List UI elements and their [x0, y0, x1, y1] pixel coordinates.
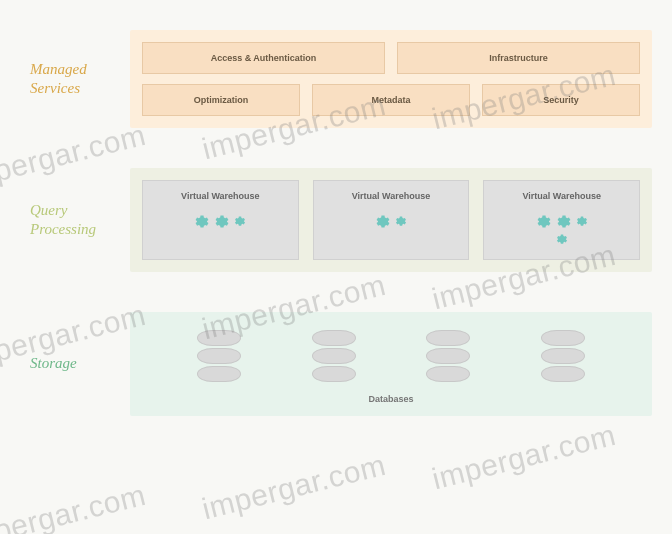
- box-optimization: Optimization: [142, 84, 300, 116]
- storage-row: [142, 324, 640, 386]
- managed-row-2: Optimization Metadata Security: [142, 84, 640, 116]
- gear-icon: [555, 211, 573, 229]
- database-icon: [312, 330, 356, 382]
- database-icon: [541, 330, 585, 382]
- gear-cluster-icon: [190, 211, 250, 229]
- vw-title-2: Virtual Warehouse: [320, 191, 463, 201]
- box-infrastructure: Infrastructure: [397, 42, 640, 74]
- gear-icon: [535, 211, 553, 229]
- body-storage: Databases: [130, 312, 652, 416]
- box-virtual-warehouse-3: Virtual Warehouse: [483, 180, 640, 260]
- label-query-processing: Query Processing: [20, 201, 130, 240]
- database-icon: [426, 330, 470, 382]
- vw-title-3: Virtual Warehouse: [490, 191, 633, 201]
- gear-icon: [233, 213, 247, 227]
- gear-icon: [213, 211, 231, 229]
- label-storage: Storage: [20, 354, 130, 374]
- gear-icon: [374, 211, 392, 229]
- box-security: Security: [482, 84, 640, 116]
- watermark-text: impergar.com: [199, 448, 389, 526]
- gear-icon: [394, 213, 408, 227]
- gear-cluster-icon: [532, 211, 592, 245]
- watermark-text: impergar.com: [0, 478, 149, 534]
- gear-icon: [555, 231, 569, 245]
- body-managed-services: Access & Authentication Infrastructure O…: [130, 30, 652, 128]
- vw-title-1: Virtual Warehouse: [149, 191, 292, 201]
- box-access-authentication: Access & Authentication: [142, 42, 385, 74]
- managed-row-1: Access & Authentication Infrastructure: [142, 42, 640, 74]
- gear-icon: [575, 213, 589, 227]
- gear-icon: [193, 211, 211, 229]
- layer-query-processing: Query Processing Virtual Warehouse Virtu…: [20, 168, 652, 272]
- layer-managed-services: Managed Services Access & Authentication…: [20, 30, 652, 128]
- query-row: Virtual Warehouse Virtual Warehouse Virt…: [142, 180, 640, 260]
- body-query-processing: Virtual Warehouse Virtual Warehouse Virt…: [130, 168, 652, 272]
- label-managed-services: Managed Services: [20, 60, 130, 99]
- layer-storage: Storage Databases: [20, 312, 652, 416]
- box-virtual-warehouse-1: Virtual Warehouse: [142, 180, 299, 260]
- box-metadata: Metadata: [312, 84, 470, 116]
- storage-caption: Databases: [142, 394, 640, 404]
- watermark-text: impergar.com: [429, 418, 619, 496]
- gear-cluster-icon: [361, 211, 421, 229]
- database-icon: [197, 330, 241, 382]
- box-virtual-warehouse-2: Virtual Warehouse: [313, 180, 470, 260]
